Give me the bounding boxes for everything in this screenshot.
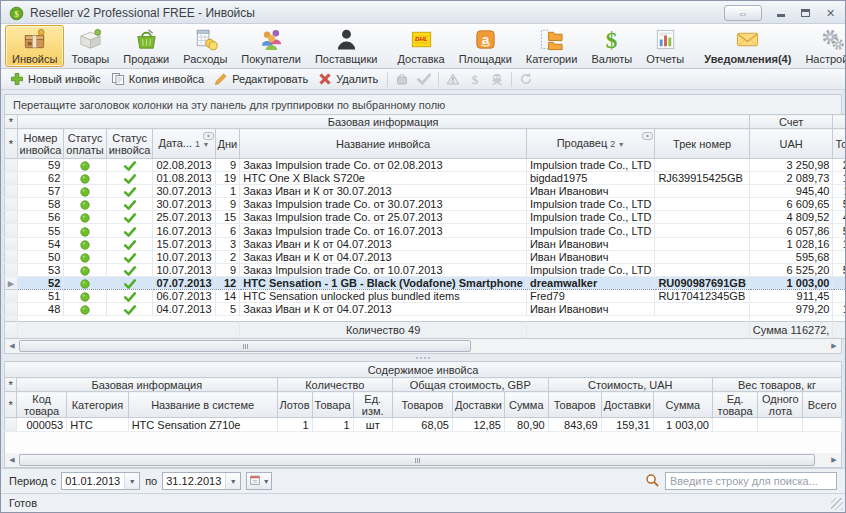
copy-button[interactable]: Копия инвойса [107,71,210,87]
detail-horizontal-scrollbar[interactable]: ◀ ▶ [4,453,842,468]
invoice-row[interactable]: 5310.07.20139Заказ Impulsion trade Co. о… [5,263,846,276]
panel-splitter[interactable] [4,354,842,361]
detail-hscroll-left-arrow[interactable]: ◀ [5,453,19,467]
column-group-header: Стоимость, UAH [548,378,712,392]
period-presets-button[interactable]: ▼ [246,472,272,490]
customization-button[interactable]: * [5,115,18,129]
column-header[interactable]: Доставки [601,392,653,418]
column-group-header: Базовая информация [17,115,749,129]
tab-delivery[interactable]: DHLДоставка [390,25,451,67]
filter-icon[interactable] [203,130,214,138]
tab-goods[interactable]: Товары [64,25,116,67]
grouping-panel[interactable]: Перетащите заголовок колонки на эту пане… [4,94,842,114]
edit-button[interactable]: Редактировать [210,71,314,87]
invoice-row[interactable]: 5625.07.201315Заказ Impulsion trade Co. … [5,211,846,224]
column-header[interactable]: Товара [312,392,353,418]
paid-status-icon [80,161,90,171]
column-header[interactable]: Товаров [833,129,846,159]
period-to-input[interactable] [163,475,225,487]
invoice-row[interactable]: 5516.07.20136Заказ Impulsion trade Co. о… [5,224,846,237]
tab-suppliers[interactable]: Поставщики [308,25,385,67]
column-header[interactable]: Дни [215,129,240,159]
svg-text:$: $ [14,8,19,18]
column-group-header: Общая стоимость, GBP [392,378,548,392]
delete-button[interactable]: Удалить [314,71,384,87]
invoice-row[interactable]: 4804.07.20135Заказ Иван и К от 04.07.201… [5,303,846,316]
period-from-dropdown[interactable]: ▼ [124,473,139,489]
minimize-button[interactable] [774,8,787,19]
search-icon[interactable] [645,473,660,490]
paid-status-icon [80,227,90,237]
column-header[interactable]: Статус оплаты [64,129,106,159]
dock-toggle-button[interactable]: ⇔ [724,5,762,21]
column-header[interactable]: Номер инвойса [17,129,64,159]
customization-button[interactable]: * [5,378,17,392]
warning-icon[interactable] [442,72,464,86]
main-toolbar: ИнвойсыТоварыПродажиРасходыПокупателиПос… [1,23,845,69]
column-header[interactable]: Название инвойса [240,129,527,159]
detail-hscroll-thumb[interactable] [19,454,815,466]
sort-indicator: 1 ▼ [195,139,209,149]
check-gray-icon[interactable] [413,72,435,86]
invoice-row[interactable]: 5010.07.20132Заказ Иван и К от 04.07.201… [5,250,846,263]
column-header[interactable]: Статус инвойса [106,129,153,159]
column-header[interactable]: Товаров [392,392,452,418]
column-header[interactable]: Лотов [277,392,312,418]
bag-icon[interactable] [391,72,413,86]
main-horizontal-scrollbar[interactable]: ◀ ▶ [4,339,842,354]
column-header[interactable]: Доставки [452,392,504,418]
tab-categories[interactable]: Категории [519,25,585,67]
column-header[interactable]: Одного лота [758,392,803,418]
hscroll-left-arrow[interactable]: ◀ [5,339,19,353]
tab-currencies[interactable]: $Валюты [584,25,639,67]
detail-hscroll-right-arrow[interactable]: ▶ [827,453,841,467]
categories-icon [539,27,564,52]
invoice-row[interactable]: 5415.07.20133Заказ Иван и К от 04.07.201… [5,237,846,250]
column-header[interactable]: Товаров [548,392,601,418]
invoice-row[interactable]: 5106.07.201314HTC Sensation unlocked plu… [5,289,846,302]
skull-icon[interactable] [486,72,508,86]
hscroll-right-arrow[interactable]: ▶ [827,339,841,353]
tab-settings[interactable]: Настройки [798,25,846,67]
column-header[interactable]: Ед. товара [712,392,757,418]
invoice-row[interactable]: ▸5207.07.201312HTC Sensation - 1 GB - Bl… [5,276,846,289]
invoice-status-check-icon [124,266,136,276]
invoice-row[interactable]: 5902.08.20139Заказ Impulsion trade Co. о… [5,159,846,172]
filter-icon[interactable] [642,130,653,138]
add-button[interactable]: Новый инвойс [6,71,107,87]
maximize-button[interactable] [799,8,812,19]
column-header[interactable]: Код товара [17,392,67,418]
tab-notifications[interactable]: Уведомления(4) [697,25,798,67]
invoice-row[interactable]: 5830.07.20139Заказ Impulsion trade Co. о… [5,198,846,211]
hscroll-thumb[interactable] [19,340,471,352]
period-to-dropdown[interactable]: ▼ [225,473,240,489]
column-header[interactable]: Сумма [653,392,712,418]
tab-marketplaces[interactable]: aПлощадки [452,25,519,67]
edit-icon [214,72,228,86]
column-header[interactable]: Всего [803,392,842,418]
tab-expenses[interactable]: Расходы [176,25,234,67]
tab-sales[interactable]: Продажи [116,25,176,67]
search-input[interactable] [665,472,837,490]
tab-reports[interactable]: Отчеты [639,25,691,67]
refresh-icon[interactable] [515,72,537,86]
column-header[interactable]: UAH [749,129,833,159]
column-header[interactable]: Ед. изм. [353,392,392,418]
resize-grip[interactable] [831,498,843,510]
paid-status-icon [80,266,90,276]
column-header[interactable]: Дата...1 ▼ [153,129,215,159]
close-button[interactable]: ✕ [824,8,837,19]
tab-buyers[interactable]: Покупатели [234,25,308,67]
period-from-input[interactable] [62,475,124,487]
column-header[interactable]: Категория [67,392,128,418]
invoice-content-row[interactable]: 000053HTCHTC Sensation Z710e11шт68,0512,… [5,418,842,432]
invoice-row[interactable]: 6201.08.201319HTC One X Black S720ebigda… [5,172,846,185]
paid-status-icon [80,174,90,184]
invoice-row[interactable]: 5730.07.20131Заказ Иван и К от 30.07.201… [5,185,846,198]
column-header[interactable]: Сумма [504,392,548,418]
dollar-icon[interactable]: $ [464,72,486,86]
column-header[interactable]: Трек номер [655,129,749,159]
column-header[interactable]: Название в системе [128,392,277,418]
column-header[interactable]: Продавец2 ▼ [526,129,654,159]
tab-invoices[interactable]: Инвойсы [5,25,64,67]
